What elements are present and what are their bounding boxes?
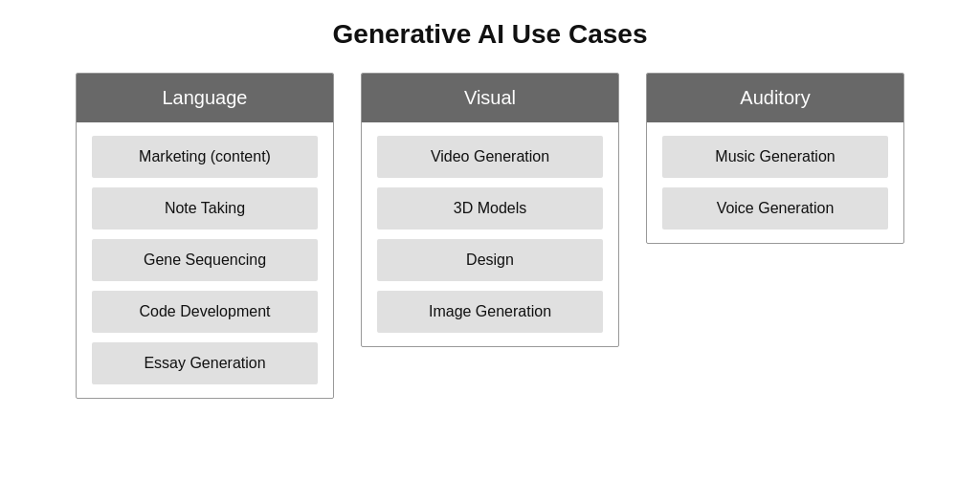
columns-container: LanguageMarketing (content)Note TakingGe… bbox=[57, 73, 923, 399]
column-auditory: AuditoryMusic GenerationVoice Generation bbox=[646, 73, 904, 244]
list-item: Gene Sequencing bbox=[92, 239, 318, 281]
list-item: 3D Models bbox=[377, 187, 603, 230]
list-item: Marketing (content) bbox=[92, 136, 318, 178]
column-body-visual: Video Generation3D ModelsDesignImage Gen… bbox=[362, 122, 618, 346]
page-title: Generative AI Use Cases bbox=[333, 19, 648, 50]
list-item: Voice Generation bbox=[662, 187, 888, 230]
list-item: Code Development bbox=[92, 291, 318, 333]
column-header-language: Language bbox=[77, 74, 333, 122]
list-item: Note Taking bbox=[92, 187, 318, 230]
column-header-auditory: Auditory bbox=[647, 74, 903, 122]
column-language: LanguageMarketing (content)Note TakingGe… bbox=[76, 73, 334, 399]
list-item: Design bbox=[377, 239, 603, 281]
list-item: Video Generation bbox=[377, 136, 603, 178]
list-item: Essay Generation bbox=[92, 342, 318, 384]
column-visual: VisualVideo Generation3D ModelsDesignIma… bbox=[361, 73, 619, 347]
page-container: Generative AI Use Cases LanguageMarketin… bbox=[0, 0, 980, 503]
list-item: Music Generation bbox=[662, 136, 888, 178]
column-body-language: Marketing (content)Note TakingGene Seque… bbox=[77, 122, 333, 398]
column-body-auditory: Music GenerationVoice Generation bbox=[647, 122, 903, 243]
column-header-visual: Visual bbox=[362, 74, 618, 122]
list-item: Image Generation bbox=[377, 291, 603, 333]
